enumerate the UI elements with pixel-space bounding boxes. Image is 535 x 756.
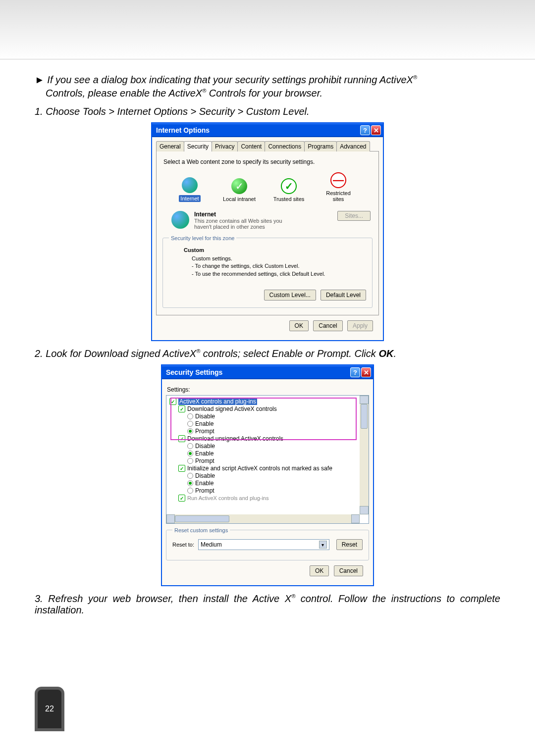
- tab-content[interactable]: Content: [237, 141, 265, 151]
- security-level-fieldset: Security level for this zone Custom Cust…: [162, 238, 373, 308]
- tree-category-activex: ActiveX controls and plug-ins: [178, 398, 257, 405]
- step-3: 3. Refresh your web browser, then instal…: [35, 593, 500, 616]
- default-level-button[interactable]: Default Level: [321, 290, 366, 301]
- settings-label: Settings:: [167, 386, 369, 393]
- trusted-sites-icon: [281, 178, 297, 194]
- scroll-down-icon[interactable]: [360, 506, 369, 514]
- zone-local-intranet[interactable]: Local intranet: [222, 178, 257, 202]
- zone-internet[interactable]: Internet: [172, 177, 207, 202]
- tab-security[interactable]: Security: [184, 141, 212, 151]
- cancel-button[interactable]: Cancel: [334, 565, 363, 576]
- help-icon[interactable]: ?: [350, 367, 360, 377]
- fieldset-legend: Security level for this zone: [169, 235, 236, 241]
- activex-icon: ✓: [178, 495, 185, 502]
- activex-icon: ✓: [178, 405, 185, 412]
- radio-enable[interactable]: [187, 451, 193, 456]
- close-icon[interactable]: ✕: [361, 367, 371, 377]
- radio-disable[interactable]: [187, 413, 193, 419]
- radio-prompt[interactable]: [187, 428, 193, 434]
- radio-prompt[interactable]: [187, 458, 193, 464]
- restricted-sites-icon: [330, 172, 346, 188]
- tab-privacy[interactable]: Privacy: [212, 141, 238, 151]
- intro-text-2: Controls, please enable the ActiveX® Con…: [46, 88, 500, 99]
- dialog-titlebar: Internet Options ? ✕: [152, 123, 383, 137]
- radio-enable[interactable]: [187, 480, 193, 486]
- security-settings-dialog: Security Settings ? ✕ Settings: ✓ActiveX…: [161, 364, 374, 586]
- apply-button[interactable]: Apply: [347, 320, 373, 331]
- zone-trusted-sites[interactable]: Trusted sites: [271, 178, 306, 202]
- tree-item-init: Initialize and script ActiveX controls n…: [187, 465, 332, 472]
- step-2: 2. Look for Download signed ActiveX® con…: [35, 348, 500, 359]
- chevron-down-icon: ▾: [319, 541, 327, 549]
- activex-icon: ✓: [178, 465, 185, 472]
- scroll-up-icon[interactable]: [360, 396, 369, 404]
- radio-enable[interactable]: [187, 421, 193, 427]
- top-gradient-banner: [0, 0, 535, 59]
- tree-item-run: Run ActiveX controls and plug-ins: [187, 495, 268, 501]
- cancel-button[interactable]: Cancel: [313, 320, 342, 331]
- dialog-titlebar: Security Settings ? ✕: [162, 365, 373, 379]
- internet-options-dialog: Internet Options ? ✕ General Security Pr…: [151, 122, 384, 341]
- zone-select-text: Select a Web content zone to specify its…: [163, 158, 373, 165]
- radio-disable[interactable]: [187, 443, 193, 449]
- level-desc: Custom settings. - To change the setting…: [192, 255, 366, 278]
- ok-button[interactable]: OK: [289, 320, 309, 331]
- page-number: 22: [45, 705, 54, 713]
- dialog-title: Internet Options: [156, 126, 210, 134]
- combo-value: Medium: [201, 541, 222, 548]
- globe-icon-small: [171, 211, 189, 229]
- sites-button[interactable]: Sites...: [337, 211, 371, 221]
- tab-programs[interactable]: Programs: [304, 141, 337, 151]
- reset-to-combo[interactable]: Medium ▾: [198, 539, 329, 550]
- scroll-thumb-h[interactable]: [175, 515, 229, 522]
- tab-strip: General Security Privacy Content Connect…: [156, 141, 379, 151]
- zone-description: Internet This zone contains all Web site…: [194, 211, 332, 230]
- arrow-glyph: ►: [35, 74, 45, 85]
- scroll-left-icon[interactable]: [166, 514, 175, 523]
- tab-general[interactable]: General: [156, 141, 184, 151]
- tree-item-dl-signed: Download signed ActiveX controls: [187, 405, 277, 412]
- activex-icon: ✓: [169, 398, 176, 405]
- tab-connections[interactable]: Connections: [265, 141, 305, 151]
- level-name: Custom: [184, 247, 366, 253]
- scroll-right-icon[interactable]: [351, 514, 360, 523]
- zone-restricted-sites[interactable]: Restricted sites: [321, 172, 356, 202]
- local-intranet-icon: [231, 178, 247, 194]
- vertical-scrollbar[interactable]: [360, 396, 369, 514]
- tree-item-dl-unsigned: Download unsigned ActiveX controls: [187, 435, 283, 442]
- reset-fieldset: Reset custom settings Reset to: Medium ▾…: [166, 530, 369, 560]
- ok-button[interactable]: OK: [310, 565, 329, 576]
- globe-icon: [182, 177, 198, 193]
- fieldset-legend: Reset custom settings: [172, 527, 230, 533]
- close-icon[interactable]: ✕: [371, 125, 381, 135]
- custom-level-button[interactable]: Custom Level...: [264, 290, 316, 301]
- page-number-tab: 22: [35, 687, 64, 731]
- reset-to-label: Reset to:: [172, 542, 194, 548]
- scroll-thumb[interactable]: [361, 404, 368, 429]
- radio-prompt[interactable]: [187, 488, 193, 494]
- radio-disable[interactable]: [187, 473, 193, 479]
- help-icon[interactable]: ?: [360, 125, 370, 135]
- settings-tree[interactable]: ✓ActiveX controls and plug-ins ✓Download…: [166, 395, 369, 524]
- step-1: 1. Choose Tools > Internet Options > Sec…: [35, 106, 500, 117]
- dialog-title: Security Settings: [166, 368, 222, 376]
- tab-advanced[interactable]: Advanced: [336, 141, 370, 151]
- horizontal-scrollbar[interactable]: [166, 514, 360, 523]
- activex-icon: ✓: [178, 435, 185, 442]
- intro-text: ► If you see a dialog box indicating tha…: [35, 74, 500, 86]
- reset-button[interactable]: Reset: [336, 539, 363, 550]
